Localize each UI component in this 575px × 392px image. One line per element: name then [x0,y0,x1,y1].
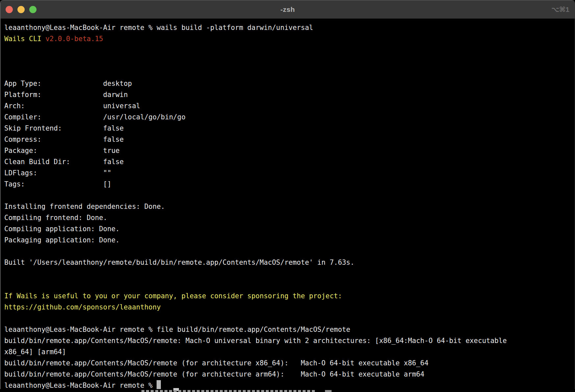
terminal-text-segment: leaanthony@Leas-MacBook-Air remote % [4,381,157,389]
terminal-line [4,268,575,279]
terminal-line: build/bin/remote.app/Contents/MacOS/remo… [4,357,575,369]
terminal-text-segment: Clean Build Dir: false [4,158,124,166]
terminal-text-segment: Arch: universal [4,102,140,110]
terminal-line [4,67,575,78]
terminal-text-segment: Platform: darwin [4,91,128,99]
terminal-line: Built '/Users/leaanthony/remote/build/bi… [4,257,575,268]
terminal-line: https://github.com/sponsors/leaanthony [4,302,575,313]
terminal-text-segment: Compiling application: Done. [4,225,120,233]
terminal-line: Arch: universal [4,100,575,111]
terminal-text-segment: Compress: false [4,135,124,143]
terminal-cursor [157,380,161,389]
terminal-line: build/bin/remote.app/Contents/MacOS/remo… [4,335,575,346]
terminal-output[interactable]: leaanthony@Leas-MacBook-Air remote % wai… [1,19,575,389]
terminal-text-segment: Installing frontend dependencies: Done. [4,203,165,210]
terminal-line: Compress: false [4,134,575,145]
terminal-text-segment: Built '/Users/leaanthony/remote/build/bi… [4,258,354,266]
terminal-text-segment: Skip Frontend: false [4,124,124,132]
terminal-line: Compiling application: Done. [4,223,575,234]
terminal-text-segment: Package: true [4,147,120,155]
terminal-text-segment: build/bin/remote.app/Contents/MacOS/remo… [4,337,507,345]
terminal-text-segment: v2.0.0-beta.15 [45,35,103,43]
terminal-line: Compiler: /usr/local/go/bin/go [4,111,575,123]
terminal-line: If Wails is useful to you or your compan… [4,290,575,302]
terminal-text-segment: If Wails is useful to you or your compan… [4,292,342,300]
background-window-strip [0,389,575,392]
terminal-line: Installing frontend dependencies: Done. [4,201,575,212]
terminal-text-segment: Wails CLI [4,35,45,43]
terminal-line: leaanthony@Leas-MacBook-Air remote % fil… [4,324,575,335]
terminal-window: -zsh ⌥⌘1 leaanthony@Leas-MacBook-Air rem… [0,0,575,389]
terminal-text-segment: Compiler: /usr/local/go/bin/go [4,113,186,121]
terminal-line: build/bin/remote.app/Contents/MacOS/remo… [4,369,575,380]
window-title: -zsh [1,6,575,13]
terminal-line: Skip Frontend: false [4,123,575,134]
window-titlebar[interactable]: -zsh ⌥⌘1 [1,0,575,19]
terminal-text-segment: Packaging application: Done. [4,236,120,244]
terminal-line: Package: true [4,145,575,156]
terminal-line: leaanthony@Leas-MacBook-Air remote % [4,380,575,389]
terminal-line [4,56,575,67]
terminal-line: Tags: [] [4,179,575,190]
terminal-line: Platform: darwin [4,89,575,100]
terminal-line: Packaging application: Done. [4,234,575,246]
terminal-text-segment: LDFlags: "" [4,169,112,177]
terminal-text-segment: leaanthony@Leas-MacBook-Air remote % fil… [4,326,350,333]
terminal-line: Wails CLI v2.0.0-beta.15 [4,33,575,44]
terminal-text-segment: build/bin/remote.app/Contents/MacOS/remo… [4,370,424,378]
terminal-text-segment: App Type: desktop [4,80,132,87]
background-window-fragment [325,390,332,392]
terminal-line [4,44,575,56]
terminal-line: App Type: desktop [4,78,575,89]
terminal-line: Compiling frontend: Done. [4,212,575,223]
terminal-text-segment: Compiling frontend: Done. [4,214,107,222]
terminal-text-segment: Tags: [] [4,180,112,188]
terminal-text-segment: https://github.com/sponsors/leaanthony [4,303,161,311]
terminal-line [4,279,575,290]
terminal-line [4,190,575,201]
background-window-fragment [141,390,316,392]
terminal-text-segment: x86_64] [arm64] [4,348,66,356]
terminal-line [4,246,575,257]
window-shortcut-badge: ⌥⌘1 [551,0,569,18]
terminal-line: LDFlags: "" [4,167,575,179]
terminal-text-segment: leaanthony@Leas-MacBook-Air remote % wai… [4,24,313,32]
terminal-text-segment: build/bin/remote.app/Contents/MacOS/remo… [4,359,429,367]
terminal-line: x86_64] [arm64] [4,346,575,357]
terminal-line [4,313,575,324]
terminal-line: Clean Build Dir: false [4,156,575,167]
terminal-line: leaanthony@Leas-MacBook-Air remote % wai… [4,22,575,33]
